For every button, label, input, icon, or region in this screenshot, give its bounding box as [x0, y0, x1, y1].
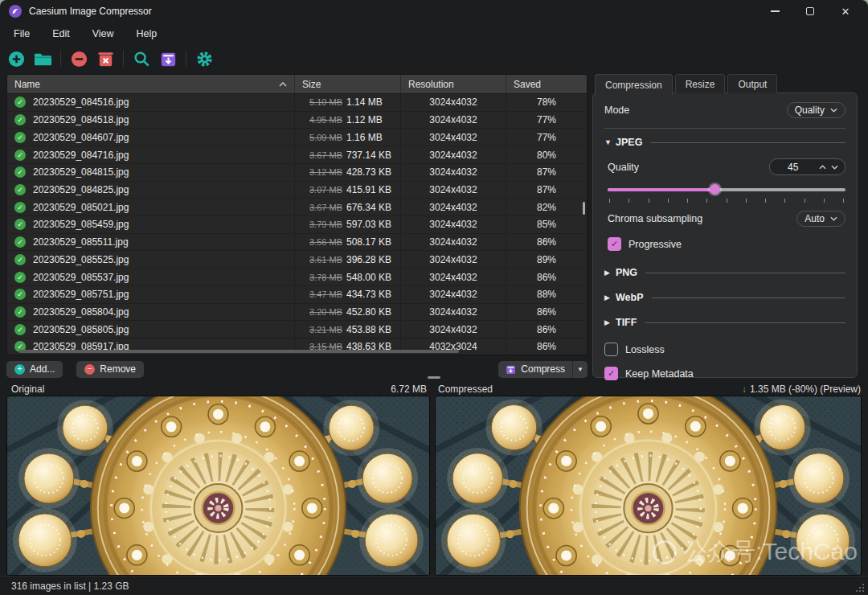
remove-button[interactable]: − Remove	[76, 361, 144, 378]
quality-slider[interactable]	[608, 184, 845, 195]
cell-name: ✓ 20230529_084815.jpg	[7, 164, 294, 181]
png-expand-icon[interactable]: ▶	[604, 269, 616, 277]
spin-up-icon[interactable]	[819, 165, 826, 170]
keep-metadata-checkbox[interactable]: ✓	[604, 367, 618, 380]
cell-saved: 85%	[506, 216, 587, 233]
menu-view[interactable]: View	[81, 24, 125, 43]
table-row[interactable]: ✓ 20230529_085511.jpg 3.56 MB 508.17 KB …	[7, 234, 587, 252]
compressed-check-icon: ✓	[14, 202, 26, 213]
status-bar: 316 images in list | 1.23 GB	[0, 576, 868, 595]
compressed-check-icon: ✓	[14, 306, 26, 318]
file-list-table: Name Size Resolution Saved ✓ 20230529_08…	[6, 74, 588, 355]
close-button[interactable]: ✕	[828, 0, 863, 23]
menu-edit[interactable]: Edit	[41, 24, 81, 43]
chroma-dropdown[interactable]: Auto	[796, 211, 845, 227]
webp-expand-icon[interactable]: ▶	[604, 293, 616, 302]
lossless-checkbox[interactable]	[604, 343, 618, 356]
jpeg-section-title[interactable]: JPEG	[616, 137, 642, 148]
resize-grip-icon[interactable]	[856, 584, 864, 592]
cell-resolution: 3024x4032	[400, 164, 506, 181]
file-name: 20230529_084815.jpg	[33, 166, 129, 178]
png-section-title[interactable]: PNG	[616, 267, 637, 278]
cell-resolution: 3024x4032	[400, 286, 506, 303]
cell-resolution: 3024x4032	[400, 146, 506, 163]
new-file-size: 1.16 MB	[346, 132, 383, 143]
size-down-arrow-icon: ↓	[742, 384, 747, 395]
maximize-button[interactable]	[792, 0, 828, 23]
splitter-handle[interactable]	[428, 376, 440, 379]
table-row[interactable]: ✓ 20230529_084716.jpg 3.67 MB 737.14 KB …	[7, 146, 587, 164]
add-button-label: Add...	[30, 363, 55, 375]
old-file-size: 3.56 MB	[309, 237, 342, 247]
compressed-preview-image[interactable]: 公众号:TechCao	[435, 396, 862, 576]
new-file-size: 1.14 MB	[346, 96, 383, 108]
file-name: 20230529_085511.jpg	[33, 236, 129, 248]
cell-saved: 80%	[506, 146, 587, 163]
compress-button-label: Compress	[521, 363, 565, 375]
table-row[interactable]: ✓ 20230529_085751.jpg 3.47 MB 434.73 KB …	[7, 286, 587, 304]
column-header-saved[interactable]: Saved	[506, 75, 587, 93]
tab-resize[interactable]: Resize	[675, 74, 726, 93]
cell-name: ✓ 20230529_084516.jpg	[7, 94, 294, 111]
table-row[interactable]: ✓ 20230529_084815.jpg 3.12 MB 428.73 KB …	[7, 164, 587, 182]
spin-down-icon[interactable]	[831, 165, 838, 170]
add-button[interactable]: + Add...	[6, 361, 63, 378]
tiff-expand-icon[interactable]: ▶	[604, 318, 616, 326]
table-row[interactable]: ✓ 20230529_085459.jpg 3.79 MB 597.03 KB …	[7, 216, 587, 234]
new-file-size: 415.91 KB	[346, 184, 391, 195]
compress-options-dropdown[interactable]: ▼	[572, 361, 588, 378]
column-header-resolution[interactable]: Resolution	[400, 75, 506, 93]
settings-button[interactable]	[194, 48, 215, 69]
old-file-size: 3.67 MB	[309, 203, 342, 212]
compressed-check-icon: ✓	[14, 132, 26, 143]
table-row[interactable]: ✓ 20230529_084518.jpg 4.95 MB 1.12 MB 30…	[7, 112, 587, 129]
vertical-scrollbar[interactable]	[583, 202, 585, 215]
window-title: Caesium Image Compressor	[29, 6, 152, 17]
column-header-name[interactable]: Name	[7, 75, 294, 93]
menu-help[interactable]: Help	[125, 24, 169, 43]
new-file-size: 434.73 KB	[346, 289, 391, 300]
new-file-size: 548.00 KB	[346, 272, 391, 283]
progressive-checkbox[interactable]: ✓	[608, 237, 621, 251]
cell-saved: 87%	[506, 164, 587, 181]
open-folder-button[interactable]	[32, 48, 53, 69]
tiff-section-title[interactable]: TIFF	[616, 317, 637, 328]
cell-name: ✓ 20230529_085805.jpg	[7, 321, 294, 338]
remove-file-button[interactable]	[68, 48, 89, 69]
column-header-size[interactable]: Size	[294, 75, 400, 93]
table-row[interactable]: ✓ 20230529_085021.jpg 3.67 MB 676.34 KB …	[7, 199, 587, 216]
clear-list-icon	[96, 50, 115, 68]
table-row[interactable]: ✓ 20230529_085537.jpg 3.78 MB 548.00 KB …	[7, 269, 587, 286]
horizontal-scrollbar[interactable]	[18, 350, 459, 353]
quality-spinbox[interactable]: 45	[769, 158, 845, 175]
add-files-button[interactable]	[6, 48, 27, 69]
compress-button-toolbar[interactable]	[158, 48, 178, 69]
tab-output[interactable]: Output	[727, 74, 777, 93]
cell-saved: 78%	[506, 94, 587, 111]
mode-dropdown[interactable]: Quality	[787, 102, 845, 118]
table-row[interactable]: ✓ 20230529_085805.jpg 3.21 MB 453.88 KB …	[7, 321, 587, 339]
tab-compression[interactable]: Compression	[595, 74, 673, 95]
table-row[interactable]: ✓ 20230529_085525.jpg 3.61 MB 396.28 KB …	[7, 251, 587, 269]
clear-list-button[interactable]	[95, 48, 116, 69]
action-bar: + Add... − Remove Compress ▼	[6, 360, 588, 378]
slider-handle[interactable]	[710, 184, 720, 195]
table-row[interactable]: ✓ 20230529_084825.jpg 3.07 MB 415.91 KB …	[7, 182, 587, 199]
table-row[interactable]: ✓ 20230529_085804.jpg 3.20 MB 452.80 KB …	[7, 304, 587, 322]
minimize-button[interactable]	[757, 0, 792, 23]
jpeg-expand-icon[interactable]: ▼	[604, 138, 616, 146]
webp-section-title[interactable]: WebP	[616, 292, 644, 303]
chroma-label: Chroma subsampling	[608, 213, 702, 224]
table-row[interactable]: ✓ 20230529_084607.jpg 5.09 MB 1.16 MB 30…	[7, 129, 587, 146]
cell-resolution: 3024x4032	[400, 112, 506, 129]
original-preview-header: Original 6.72 MB	[11, 384, 427, 395]
original-preview-image[interactable]	[6, 396, 430, 576]
close-icon: ✕	[841, 6, 850, 17]
menu-file[interactable]: File	[2, 24, 41, 43]
file-name: 20230529_085805.jpg	[33, 324, 129, 335]
table-row[interactable]: ✓ 20230529_084516.jpg 5.10 MB 1.14 MB 30…	[7, 94, 587, 112]
preview-button[interactable]	[131, 48, 152, 69]
compress-button[interactable]: Compress	[498, 361, 572, 378]
toolbar	[0, 45, 215, 72]
chevron-down-icon	[830, 108, 837, 113]
